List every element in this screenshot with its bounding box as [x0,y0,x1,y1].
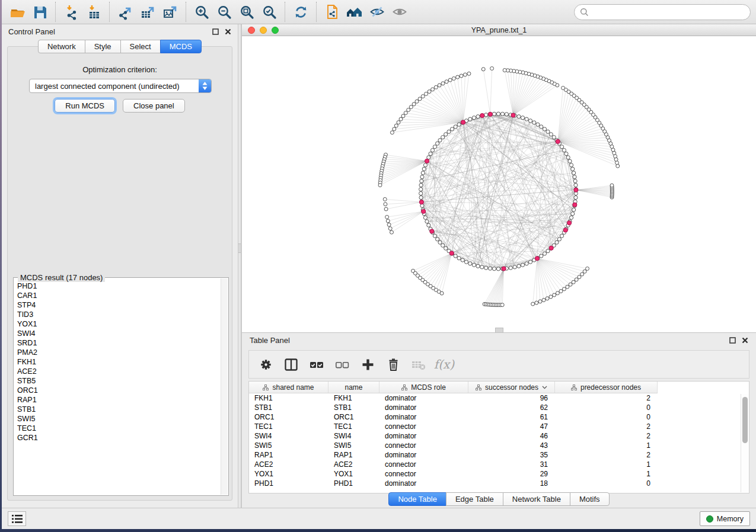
mcds-result-item[interactable]: STB1 [17,405,221,414]
mcds-result-item[interactable]: RAP1 [17,395,221,405]
export-image-button[interactable] [159,2,181,21]
export-table-button[interactable] [136,2,159,21]
zoom-fit-button[interactable] [235,2,258,21]
network-canvas[interactable] [242,36,756,332]
zoom-in-button[interactable] [190,2,213,21]
node-table[interactable]: shared namenameMCDS rolesuccessor nodesp… [248,381,749,493]
table-tab-motifs[interactable]: Motifs [570,492,610,506]
import-network-icon [63,4,79,20]
houses-icon [346,4,363,20]
table-row-PHD1[interactable]: PHD1PHD1dominator180 [249,479,749,488]
table-row-SWI5[interactable]: SWI5SWI5connector431 [249,441,749,450]
window-zoom-button[interactable] [272,27,279,34]
mcds-result-item[interactable]: GCR1 [17,433,221,443]
search-box[interactable] [574,4,751,20]
zoom-selected-button[interactable] [258,2,280,21]
search-input[interactable] [589,7,745,17]
export-network-button[interactable] [114,2,136,21]
delete-table-button[interactable] [411,357,426,372]
hide-graphics-details-button[interactable] [366,2,388,21]
cell-successor_nodes: 61 [468,413,555,421]
column-header-mcds-role[interactable]: MCDS role [379,382,468,393]
import-table-button[interactable] [82,2,105,21]
eye-icon [391,4,408,20]
criterion-dropdown[interactable]: largest connected component (undirected) [29,79,212,93]
mcds-result-item[interactable]: SWI4 [17,329,221,338]
mcds-result-item[interactable]: YOX1 [17,319,221,329]
cell-name: SWI5 [328,441,379,450]
table-tab-edge-table[interactable]: Edge Table [446,492,503,506]
table-row-ACE2[interactable]: ACE2ACE2connector311 [249,460,749,469]
add-entry-button[interactable] [360,357,375,372]
mcds-result-item[interactable]: SRD1 [17,338,221,348]
table-tab-network-table[interactable]: Network Table [503,492,570,506]
mcds-result-item[interactable]: TID3 [17,310,221,319]
table-row-SWI4[interactable]: SWI4SWI4dominator462 [249,431,749,441]
mcds-result-item[interactable]: TEC1 [17,424,221,433]
cell-shared_name: PHD1 [249,479,328,488]
mcds-result-item[interactable]: PMA2 [17,348,221,357]
tab-select[interactable]: Select [120,40,161,53]
table-row-YOX1[interactable]: YOX1YOX1connector291 [249,469,749,479]
table-row-STB1[interactable]: STB1STB1dominator620 [249,403,749,412]
run-mcds-button[interactable]: Run MCDS [55,99,115,113]
close-panel-button[interactable]: Close panel [123,99,185,113]
tab-network[interactable]: Network [38,40,85,53]
table-row-FKH1[interactable]: FKH1FKH1dominator962 [249,393,749,403]
mcds-result-item[interactable]: ACE2 [17,367,221,376]
cell-predecessor_nodes: 2 [555,422,658,431]
window-minimize-button[interactable] [260,27,267,34]
splitter-grip[interactable] [238,243,241,253]
cell-name: YOX1 [328,470,379,478]
delete-entry-button[interactable] [385,357,401,372]
column-header-name[interactable]: name [328,382,379,393]
export-table-icon [139,4,156,20]
select-all-button[interactable] [309,357,324,372]
deselect-all-button[interactable] [334,357,350,372]
mcds-result-item[interactable]: STB5 [17,376,221,386]
network-overview-button[interactable] [343,2,366,21]
table-tab-node-table[interactable]: Node Table [388,492,446,506]
cell-predecessor_nodes: 2 [555,451,658,459]
open-file-button[interactable] [6,2,28,21]
column-header-shared-name[interactable]: shared name [249,382,328,393]
import-network-button[interactable] [60,2,82,21]
table-settings-button[interactable] [258,357,273,372]
automation-panel-button[interactable] [8,511,26,526]
mcds-result-item[interactable]: ORC1 [17,386,221,395]
column-header-successor-nodes[interactable]: successor nodes [468,382,555,393]
close-panel-icon[interactable] [742,337,748,344]
save-session-button[interactable] [28,2,51,21]
cell-predecessor_nodes: 0 [555,403,658,412]
refresh-layout-button[interactable] [289,2,312,21]
table-toolbar: f(x) [248,350,749,379]
table-scrollbar-thumb[interactable] [742,397,748,443]
mcds-list-scrollbar[interactable] [221,278,228,495]
mcds-result-item[interactable]: SWI5 [17,414,221,424]
float-panel-icon[interactable] [212,28,219,35]
mcds-result-item[interactable]: STP4 [17,300,221,310]
table-scrollbar[interactable] [741,394,748,492]
table-row-TEC1[interactable]: TEC1TEC1connector472 [249,422,749,431]
cell-shared_name: SWI5 [249,441,328,450]
mcds-result-item[interactable]: FKH1 [17,357,221,367]
mcds-result-item[interactable]: CAR1 [17,291,221,300]
tab-mcds[interactable]: MCDS [160,40,202,53]
network-window-title: YPA_prune.txt_1 [471,26,527,34]
tab-style[interactable]: Style [85,40,121,53]
show-columns-button[interactable] [283,357,299,372]
show-graphics-details-button[interactable] [388,2,411,21]
close-panel-icon[interactable] [225,28,231,35]
control-panel-tabs: NetworkStyleSelectMCDS [2,40,238,53]
window-close-button[interactable] [248,27,255,34]
mcds-result-list[interactable]: PHD1CAR1STP4TID3YOX1SWI4SRD1PMA2FKH1ACE2… [14,279,221,494]
zoom-out-button[interactable] [213,2,235,21]
table-row-ORC1[interactable]: ORC1ORC1dominator610 [249,412,749,422]
share-network-document-button[interactable] [321,2,343,21]
float-panel-icon[interactable] [729,337,736,344]
table-row-RAP1[interactable]: RAP1RAP1dominator352 [249,450,749,460]
mcds-result-item[interactable]: PHD1 [17,281,221,291]
column-header-predecessor-nodes[interactable]: predecessor nodes [555,382,658,393]
function-builder-button[interactable]: f(x) [436,357,452,372]
memory-button[interactable]: Memory [700,511,750,526]
